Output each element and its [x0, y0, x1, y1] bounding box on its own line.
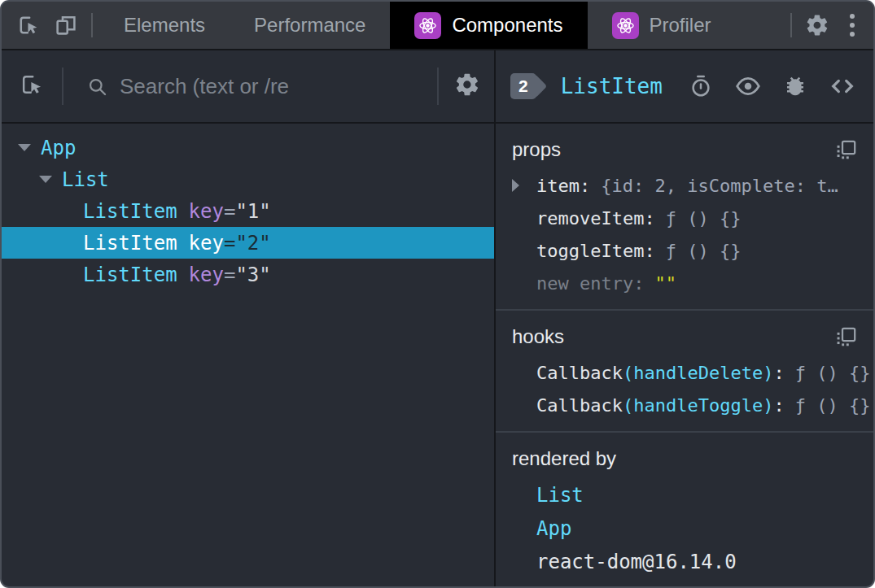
- expand-arrow-icon[interactable]: [512, 179, 536, 192]
- key-attribute: key="2": [189, 232, 271, 255]
- gear-icon: [454, 72, 480, 101]
- selected-index-badge: 2: [510, 73, 536, 99]
- hooks-title: hooks: [512, 325, 564, 348]
- hook-value: ƒ () {}: [795, 363, 871, 383]
- component-tree: AppListListItemkey="1"ListItemkey="2"Lis…: [2, 124, 494, 586]
- props-title: props: [512, 138, 561, 161]
- expand-arrow-icon[interactable]: [18, 144, 41, 151]
- component-name: App: [41, 137, 76, 159]
- log-to-console-button[interactable]: [783, 74, 807, 98]
- rendered-by-title: rendered by: [512, 447, 616, 470]
- prop-name: removeItem:: [536, 208, 655, 229]
- rendered-by-item-list[interactable]: List: [512, 478, 857, 512]
- inspect-cursor-icon: [19, 72, 45, 101]
- view-settings-button[interactable]: [447, 50, 488, 122]
- hook-kind: Callback: [536, 395, 623, 416]
- inspector-actions: [689, 73, 873, 99]
- tree-toolbar: [2, 50, 494, 124]
- devtools-window: ElementsPerformanceComponentsProfiler: [0, 0, 875, 588]
- component-name: List: [62, 168, 109, 191]
- react-logo-icon: [612, 12, 639, 39]
- hook-row-handleDelete[interactable]: Callback(handleDelete):ƒ () {}: [512, 356, 857, 389]
- component-name: ListItem: [83, 232, 177, 255]
- prop-row-item[interactable]: item:{id: 2, isComplete: t…: [512, 169, 857, 202]
- prop-value[interactable]: "": [654, 273, 676, 294]
- prop-row-removeItem[interactable]: removeItem:ƒ () {}: [512, 202, 857, 234]
- inspect-component-button[interactable]: [11, 50, 52, 122]
- tree-row-listitem-1[interactable]: ListItemkey="1": [2, 195, 494, 227]
- search-input[interactable]: [113, 74, 429, 99]
- rendered-by-section: rendered by ListAppreact-dom@16.14.0: [496, 433, 873, 586]
- inspector-sections: props: [496, 124, 873, 586]
- inspector-header: 2 ListItem: [496, 50, 873, 124]
- hook-name: (handleToggle): [623, 395, 773, 416]
- selected-component-name: ListItem: [561, 74, 663, 98]
- hook-name: (handleDelete): [623, 363, 773, 383]
- more-menu-button[interactable]: [836, 2, 868, 49]
- stopwatch-icon: [689, 74, 713, 98]
- hook-value: ƒ () {}: [795, 395, 871, 416]
- device-toolbar-icon: [54, 13, 78, 37]
- tree-row-listitem-2[interactable]: ListItemkey="2": [2, 227, 494, 259]
- props-list: item:{id: 2, isComplete: t…removeItem:ƒ …: [512, 169, 857, 299]
- tab-strip: ElementsPerformanceComponentsProfiler: [99, 2, 736, 49]
- devtools-body: AppListListItemkey="1"ListItemkey="2"Lis…: [2, 50, 873, 586]
- rendered-by-item-app[interactable]: App: [512, 512, 857, 545]
- component-name: ListItem: [83, 200, 177, 223]
- components-tree-panel: AppListListItemkey="1"ListItemkey="2"Lis…: [2, 50, 496, 586]
- tab-label: Performance: [254, 14, 365, 37]
- inspect-dom-button[interactable]: [735, 73, 761, 99]
- tab-label: Profiler: [650, 14, 711, 37]
- copy-icon: [835, 326, 857, 348]
- kebab-dot-icon: [850, 23, 855, 28]
- search-icon: [86, 76, 108, 98]
- settings-button[interactable]: [798, 2, 836, 49]
- prop-value: ƒ () {}: [666, 208, 742, 229]
- topbar-right-controls: [784, 2, 873, 49]
- hook-row-handleToggle[interactable]: Callback(handleToggle):ƒ () {}: [512, 389, 857, 421]
- hooks-section: hooks: [496, 311, 873, 433]
- react-logo-icon: [414, 12, 441, 39]
- kebab-dot-icon: [850, 32, 855, 37]
- toolbar-divider: [62, 68, 63, 105]
- prop-name: item:: [536, 176, 590, 196]
- tab-components[interactable]: Components: [390, 2, 587, 49]
- tab-label: Elements: [124, 14, 205, 37]
- toolbar-divider: [790, 13, 792, 37]
- tab-elements[interactable]: Elements: [99, 2, 230, 49]
- hook-kind: Callback: [536, 363, 623, 383]
- copy-props-button[interactable]: [835, 139, 857, 161]
- prop-name: toggleItem:: [536, 241, 655, 261]
- view-source-button[interactable]: [829, 73, 855, 99]
- component-name: ListItem: [83, 264, 177, 286]
- tab-performance[interactable]: Performance: [230, 2, 390, 49]
- bug-icon: [783, 74, 807, 98]
- suspend-timer-button[interactable]: [689, 74, 713, 98]
- code-brackets-icon: [829, 73, 855, 99]
- tab-label: Components: [452, 14, 562, 37]
- tab-profiler[interactable]: Profiler: [588, 2, 736, 49]
- copy-icon: [835, 139, 857, 161]
- prop-row-new-entry[interactable]: new entry:"": [512, 267, 857, 299]
- rendered-by-item-react-dom-16-14-0: react-dom@16.14.0: [512, 545, 857, 578]
- tree-row-list[interactable]: List: [2, 163, 494, 195]
- prop-name: new entry:: [536, 273, 644, 294]
- inspect-element-button[interactable]: [10, 2, 47, 49]
- gear-icon: [805, 13, 829, 37]
- prop-value: ƒ () {}: [666, 241, 742, 261]
- hook-colon: :: [773, 395, 784, 416]
- tree-row-listitem-3[interactable]: ListItemkey="3": [2, 259, 494, 290]
- hooks-list: Callback(handleDelete):ƒ () {}Callback(h…: [512, 356, 857, 421]
- rendered-by-list: ListAppreact-dom@16.14.0: [512, 478, 857, 578]
- toolbar-divider: [437, 68, 439, 105]
- tree-row-app[interactable]: App: [2, 132, 494, 163]
- copy-hooks-button[interactable]: [835, 326, 857, 348]
- component-inspector-panel: 2 ListItem: [496, 50, 873, 586]
- device-toolbar-button[interactable]: [47, 2, 85, 49]
- devtools-tab-bar: ElementsPerformanceComponentsProfiler: [2, 2, 873, 50]
- expand-arrow-icon[interactable]: [39, 176, 62, 183]
- prop-row-toggleItem[interactable]: toggleItem:ƒ () {}: [512, 234, 857, 267]
- eye-icon: [735, 73, 761, 99]
- prop-value: {id: 2, isComplete: t…: [601, 176, 838, 196]
- key-attribute: key="1": [189, 200, 271, 223]
